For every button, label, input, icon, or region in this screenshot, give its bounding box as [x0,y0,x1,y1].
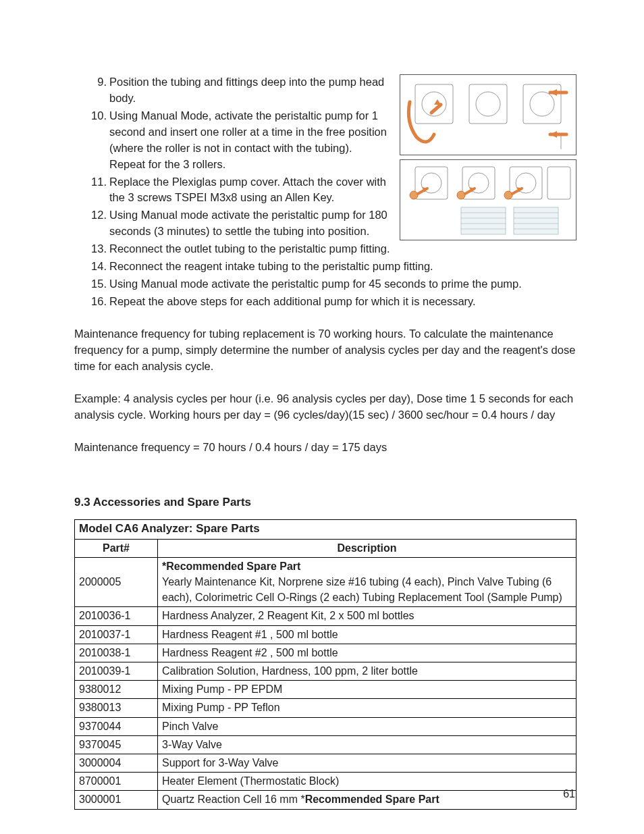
recommended-bold: *Recommended Spare Part [162,561,300,572]
table-row: Model CA6 Analyzer: Spare Parts [75,520,576,540]
cell-desc: Hardness Reagent #2 , 500 ml bottle [158,644,576,662]
cell-part: 2010038-1 [75,644,158,662]
svg-marker-8 [550,89,557,96]
list-item: Using Manual Mode, activate the peristal… [109,108,387,173]
part-number: 2000005 [79,576,121,588]
list-item: Repeat the above steps for each addition… [109,294,576,310]
cell-desc: Pinch Valve [158,717,576,735]
svg-point-5 [530,92,554,116]
cell-part: 9370044 [75,717,158,735]
step-text: Reconnect the reagent intake tubing to t… [109,260,433,272]
paragraph-example: Example: 4 analysis cycles per hour (i.e… [74,391,576,423]
table-row: 3000004Support for 3-Way Valve [75,754,576,772]
cell-part: 2010037-1 [75,625,158,644]
step-list-b: Reconnect the outlet tubing to the peris… [74,241,576,310]
list-item: Reconnect the outlet tubing to the peris… [109,241,576,257]
desc-text: Yearly Maintenance Kit, Norprene size #1… [162,576,562,603]
svg-rect-16 [547,167,570,199]
column-header-part: Part# [75,539,158,557]
paragraph-result: Maintenance frequency = 70 hours / 0.4 h… [74,440,576,456]
page-container: Position the tubing and fittings deep in… [0,0,644,834]
cell-part: 9380013 [75,699,158,717]
table-row: 2010036-1Hardness Analyzer, 2 Reagent Ki… [75,607,576,625]
table-row: 3000001 Quartz Reaction Cell 16 mm *Reco… [75,791,576,809]
svg-rect-14 [510,167,542,199]
cell-desc: Calibration Solution, Hardness, 100 ppm,… [158,662,576,681]
top-row: Position the tubing and fittings deep in… [74,74,576,241]
table-row: 93700453-Way Valve [75,735,576,754]
figure-pump-bottom [400,159,576,240]
cell-desc: Support for 3-Way Valve [158,754,576,772]
table-row: 8700001Heater Element (Thermostatic Bloc… [75,773,576,791]
table-row: 9380012Mixing Pump - PP EPDM [75,681,576,699]
table-row: 2000005 *Recommended Spare Part Yearly M… [75,557,576,607]
cell-part: 2000005 [75,557,158,607]
figure-column [400,74,576,240]
svg-point-17 [410,191,418,199]
svg-marker-9 [550,131,557,138]
table-row: 2010037-1Hardness Reagent #1 , 500 ml bo… [75,625,576,644]
figure-pump-top [400,74,576,155]
step-list-a: Position the tubing and fittings deep in… [74,74,387,240]
cell-desc: *Recommended Spare Part Yearly Maintenan… [158,557,576,607]
recommended-bold: Recommended Spare Part [305,793,439,805]
list-item: Using Manual mode activate the peristalt… [109,207,387,240]
svg-point-19 [504,191,512,199]
cell-part: 9370045 [75,735,158,754]
svg-point-3 [476,92,500,116]
cell-part: 8700001 [75,773,158,791]
section-heading: 9.3 Accessories and Spare Parts [74,494,576,511]
cell-desc: Mixing Pump - PP EPDM [158,681,576,699]
step-text: Repeat the above steps for each addition… [109,295,476,307]
step-text: Replace the Plexiglas pump cover. Attach… [109,176,386,204]
table-row: 9380013Mixing Pump - PP Teflon [75,699,576,717]
svg-rect-0 [415,84,453,124]
list-item: Using Manual mode activate the peristalt… [109,276,576,292]
svg-marker-7 [434,99,441,105]
cell-part: 9380012 [75,681,158,699]
svg-rect-12 [462,167,495,199]
svg-point-18 [457,191,465,199]
svg-rect-2 [469,84,507,124]
list-item: Replace the Plexiglas pump cover. Attach… [109,174,387,207]
list-item: Position the tubing and fittings deep in… [109,74,387,107]
svg-rect-23 [461,207,506,234]
cell-desc: Heater Element (Thermostatic Block) [158,773,576,791]
cell-part: 2010039-1 [75,662,158,681]
column-header-desc: Description [158,539,576,557]
step-list-column: Position the tubing and fittings deep in… [74,74,387,241]
svg-rect-10 [415,167,448,199]
svg-rect-24 [514,207,558,234]
step-text: Using Manual mode activate the peristalt… [109,278,522,290]
table-row: Part# Description [75,539,576,557]
step-text: Using Manual Mode, activate the peristal… [109,109,387,170]
table-row: 9370044Pinch Valve [75,717,576,735]
table-title: Model CA6 Analyzer: Spare Parts [75,520,576,540]
cell-desc: Hardness Reagent #1 , 500 ml bottle [158,625,576,644]
cell-part: 2010036-1 [75,607,158,625]
step-text: Position the tubing and fittings deep in… [109,76,384,104]
cell-part: 3000004 [75,754,158,772]
cell-desc: Mixing Pump - PP Teflon [158,699,576,717]
table-row: 2010038-1Hardness Reagent #2 , 500 ml bo… [75,644,576,662]
table-row: 2010039-1Calibration Solution, Hardness,… [75,662,576,681]
step-text: Reconnect the outlet tubing to the peris… [109,242,390,255]
step-text: Using Manual mode activate the peristalt… [109,209,387,237]
spare-parts-table: Model CA6 Analyzer: Spare Parts Part# De… [74,519,576,809]
list-item: Reconnect the reagent intake tubing to t… [109,259,576,275]
paragraph-maintenance: Maintenance frequency for tubing replace… [74,326,576,375]
cell-desc: 3-Way Valve [158,735,576,754]
cell-desc: Quartz Reaction Cell 16 mm *Recommended … [158,791,576,809]
cell-desc: Hardness Analyzer, 2 Reagent Kit, 2 x 50… [158,607,576,625]
desc-text: Quartz Reaction Cell 16 mm * [162,793,305,805]
cell-part: 3000001 [75,791,158,809]
page-number: 61 [563,786,575,802]
